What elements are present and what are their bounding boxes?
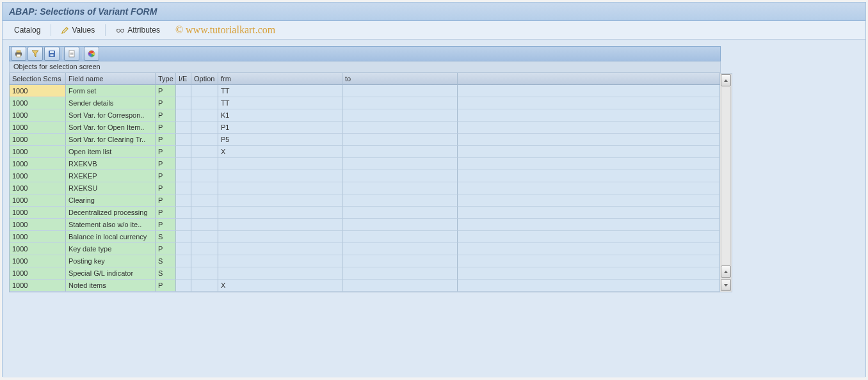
cell-frm[interactable] <box>218 255 342 267</box>
cell-selection-scrn[interactable]: 1000 <box>10 207 66 219</box>
cell-frm[interactable]: X <box>218 146 342 158</box>
cell-to[interactable] <box>342 267 458 280</box>
cell-option[interactable] <box>191 231 218 243</box>
cell-ie[interactable] <box>176 134 191 146</box>
cell-ie[interactable] <box>176 255 191 267</box>
table-row[interactable]: 1000Open item listPX <box>10 146 720 158</box>
cell-field-name[interactable]: Sort Var. for Clearing Tr.. <box>66 134 156 146</box>
cell-ie[interactable] <box>176 182 191 194</box>
cell-type[interactable]: P <box>156 280 176 292</box>
table-row[interactable]: 1000Sender detailsPTT <box>10 97 720 109</box>
table-row[interactable]: 1000Balance in local currencyS <box>10 231 720 243</box>
cell-type[interactable]: P <box>156 182 176 194</box>
cell-selection-scrn[interactable]: 1000 <box>10 85 66 97</box>
cell-type[interactable]: P <box>156 207 176 219</box>
cell-selection-scrn[interactable]: 1000 <box>10 158 66 170</box>
col-header-type[interactable]: Type <box>156 73 176 85</box>
cell-ie[interactable] <box>176 243 191 255</box>
cell-frm[interactable] <box>218 267 342 280</box>
table-row[interactable]: 1000RXEKSUP <box>10 182 720 194</box>
cell-option[interactable] <box>191 255 218 267</box>
cell-field-name[interactable]: RXEKSU <box>66 182 156 194</box>
catalog-button[interactable]: Catalog <box>12 24 43 36</box>
cell-type[interactable]: P <box>156 170 176 182</box>
cell-field-name[interactable]: Statement also w/o ite.. <box>66 219 156 231</box>
cell-ie[interactable] <box>176 158 191 170</box>
table-row[interactable]: 1000Sort Var. for Clearing Tr..PP5 <box>10 134 720 146</box>
cell-option[interactable] <box>191 122 218 134</box>
cell-ie[interactable] <box>176 231 191 243</box>
scroll-down-button[interactable] <box>721 279 731 291</box>
cell-field-name[interactable]: Posting key <box>66 255 156 267</box>
col-header-field-name[interactable]: Field name <box>66 73 156 85</box>
cell-type[interactable]: S <box>156 255 176 267</box>
cell-selection-scrn[interactable]: 1000 <box>10 255 66 267</box>
table-row[interactable]: 1000Posting keyS <box>10 255 720 267</box>
cell-to[interactable] <box>342 158 458 170</box>
table-row[interactable]: 1000RXEKVBP <box>10 158 720 170</box>
cell-field-name[interactable]: Sort Var. for Open Item.. <box>66 122 156 134</box>
scroll-track[interactable] <box>721 87 731 265</box>
cell-ie[interactable] <box>176 97 191 109</box>
cell-selection-scrn[interactable]: 1000 <box>10 146 66 158</box>
scroll-up-button[interactable] <box>721 74 731 86</box>
cell-frm[interactable] <box>218 194 342 207</box>
col-header-selection-scrns[interactable]: Selection Scrns <box>10 73 66 85</box>
cell-ie[interactable] <box>176 170 191 182</box>
values-button[interactable]: Values <box>59 24 97 36</box>
cell-to[interactable] <box>342 243 458 255</box>
table-row[interactable]: 1000ClearingP <box>10 194 720 207</box>
cell-selection-scrn[interactable]: 1000 <box>10 243 66 255</box>
table-row[interactable]: 1000Key date typeP <box>10 243 720 255</box>
cell-type[interactable]: P <box>156 97 176 109</box>
cell-to[interactable] <box>342 85 458 97</box>
cell-ie[interactable] <box>176 280 191 292</box>
cell-frm[interactable]: P5 <box>218 134 342 146</box>
cell-ie[interactable] <box>176 109 191 122</box>
cell-frm[interactable] <box>218 158 342 170</box>
cell-field-name[interactable]: Balance in local currency <box>66 231 156 243</box>
cell-to[interactable] <box>342 219 458 231</box>
table-row[interactable]: 1000Sort Var. for Correspon..PK1 <box>10 109 720 122</box>
cell-to[interactable] <box>342 134 458 146</box>
cell-field-name[interactable]: Sender details <box>66 97 156 109</box>
page-button[interactable] <box>64 47 79 61</box>
cell-frm[interactable]: TT <box>218 85 342 97</box>
cell-to[interactable] <box>342 146 458 158</box>
cell-to[interactable] <box>342 182 458 194</box>
selection-grid[interactable]: Selection Scrns Field name Type I/E Opti… <box>9 73 720 292</box>
cell-ie[interactable] <box>176 219 191 231</box>
cell-to[interactable] <box>342 255 458 267</box>
cell-to[interactable] <box>342 231 458 243</box>
cell-ie[interactable] <box>176 267 191 280</box>
cell-field-name[interactable]: RXEKEP <box>66 170 156 182</box>
cell-selection-scrn[interactable]: 1000 <box>10 267 66 280</box>
color-button[interactable] <box>84 47 99 61</box>
cell-selection-scrn[interactable]: 1000 <box>10 109 66 122</box>
scroll-up-step-button[interactable] <box>721 265 731 278</box>
table-row[interactable]: 1000Sort Var. for Open Item..PP1 <box>10 122 720 134</box>
table-row[interactable]: 1000Noted itemsPX <box>10 280 720 292</box>
cell-selection-scrn[interactable]: 1000 <box>10 134 66 146</box>
col-header-frm[interactable]: frm <box>218 73 342 85</box>
cell-to[interactable] <box>342 122 458 134</box>
cell-type[interactable]: P <box>156 134 176 146</box>
cell-type[interactable]: P <box>156 243 176 255</box>
cell-option[interactable] <box>191 267 218 280</box>
cell-type[interactable]: P <box>156 122 176 134</box>
print-button[interactable] <box>11 47 26 61</box>
table-row[interactable]: 1000Decentralized processingP <box>10 207 720 219</box>
table-row[interactable]: 1000RXEKEPP <box>10 170 720 182</box>
cell-field-name[interactable]: Special G/L indicator <box>66 267 156 280</box>
table-row[interactable]: 1000Form setPTT <box>10 85 720 97</box>
cell-to[interactable] <box>342 280 458 292</box>
cell-field-name[interactable]: Open item list <box>66 146 156 158</box>
cell-field-name[interactable]: Form set <box>66 85 156 97</box>
cell-selection-scrn[interactable]: 1000 <box>10 231 66 243</box>
cell-type[interactable]: P <box>156 194 176 207</box>
cell-field-name[interactable]: Sort Var. for Correspon.. <box>66 109 156 122</box>
col-header-ie[interactable]: I/E <box>176 73 191 85</box>
cell-selection-scrn[interactable]: 1000 <box>10 97 66 109</box>
cell-field-name[interactable]: Decentralized processing <box>66 207 156 219</box>
cell-type[interactable]: P <box>156 158 176 170</box>
